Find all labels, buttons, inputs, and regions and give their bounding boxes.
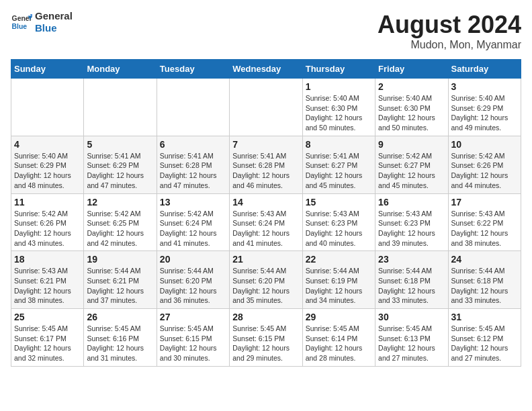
day-number: 8 bbox=[306, 139, 372, 150]
day-info: Sunrise: 5:43 AM Sunset: 6:22 PM Dayligh… bbox=[451, 209, 518, 248]
column-header-friday: Friday bbox=[375, 60, 448, 79]
calendar-cell: 25Sunrise: 5:45 AM Sunset: 6:17 PM Dayli… bbox=[11, 309, 84, 367]
day-info: Sunrise: 5:44 AM Sunset: 6:19 PM Dayligh… bbox=[306, 266, 372, 306]
day-info: Sunrise: 5:42 AM Sunset: 6:27 PM Dayligh… bbox=[378, 151, 445, 191]
calendar-cell: 29Sunrise: 5:45 AM Sunset: 6:14 PM Dayli… bbox=[302, 309, 375, 367]
day-info: Sunrise: 5:41 AM Sunset: 6:29 PM Dayligh… bbox=[87, 151, 153, 191]
day-info: Sunrise: 5:43 AM Sunset: 6:24 PM Dayligh… bbox=[232, 209, 299, 248]
day-info: Sunrise: 5:44 AM Sunset: 6:18 PM Dayligh… bbox=[378, 266, 445, 306]
day-info: Sunrise: 5:45 AM Sunset: 6:14 PM Dayligh… bbox=[306, 324, 372, 363]
location-subtitle: Mudon, Mon, Myanmar bbox=[378, 39, 521, 51]
day-number: 20 bbox=[160, 254, 226, 265]
day-number: 22 bbox=[306, 254, 372, 265]
day-number: 11 bbox=[14, 197, 81, 208]
calendar-cell: 22Sunrise: 5:44 AM Sunset: 6:19 PM Dayli… bbox=[302, 251, 375, 309]
calendar-cell: 28Sunrise: 5:45 AM Sunset: 6:15 PM Dayli… bbox=[230, 309, 302, 367]
calendar-week-row: 4Sunrise: 5:40 AM Sunset: 6:29 PM Daylig… bbox=[11, 136, 521, 193]
calendar-cell: 26Sunrise: 5:45 AM Sunset: 6:16 PM Dayli… bbox=[84, 309, 157, 367]
day-info: Sunrise: 5:45 AM Sunset: 6:12 PM Dayligh… bbox=[451, 324, 518, 363]
day-number: 19 bbox=[87, 254, 153, 265]
calendar-cell: 18Sunrise: 5:43 AM Sunset: 6:21 PM Dayli… bbox=[11, 251, 84, 309]
day-number: 21 bbox=[232, 254, 299, 265]
calendar-cell: 14Sunrise: 5:43 AM Sunset: 6:24 PM Dayli… bbox=[230, 193, 302, 251]
day-info: Sunrise: 5:40 AM Sunset: 6:30 PM Dayligh… bbox=[378, 93, 445, 133]
day-number: 24 bbox=[451, 254, 518, 265]
day-info: Sunrise: 5:40 AM Sunset: 6:30 PM Dayligh… bbox=[306, 93, 372, 133]
day-number: 7 bbox=[232, 139, 299, 150]
day-number: 3 bbox=[451, 81, 518, 92]
calendar-week-row: 25Sunrise: 5:45 AM Sunset: 6:17 PM Dayli… bbox=[11, 309, 521, 367]
calendar-cell: 12Sunrise: 5:42 AM Sunset: 6:25 PM Dayli… bbox=[84, 193, 157, 251]
column-header-thursday: Thursday bbox=[302, 60, 375, 79]
calendar-cell bbox=[157, 79, 229, 136]
day-info: Sunrise: 5:42 AM Sunset: 6:26 PM Dayligh… bbox=[451, 151, 518, 191]
calendar-cell: 1Sunrise: 5:40 AM Sunset: 6:30 PM Daylig… bbox=[302, 79, 375, 136]
day-info: Sunrise: 5:43 AM Sunset: 6:23 PM Dayligh… bbox=[306, 209, 372, 248]
day-info: Sunrise: 5:44 AM Sunset: 6:18 PM Dayligh… bbox=[451, 266, 518, 306]
calendar-week-row: 18Sunrise: 5:43 AM Sunset: 6:21 PM Dayli… bbox=[11, 251, 521, 309]
day-number: 27 bbox=[160, 312, 226, 322]
calendar-week-row: 11Sunrise: 5:42 AM Sunset: 6:26 PM Dayli… bbox=[11, 193, 521, 251]
day-number: 6 bbox=[160, 139, 226, 150]
calendar-cell: 31Sunrise: 5:45 AM Sunset: 6:12 PM Dayli… bbox=[448, 309, 521, 367]
calendar-cell: 19Sunrise: 5:44 AM Sunset: 6:21 PM Dayli… bbox=[84, 251, 157, 309]
column-header-monday: Monday bbox=[84, 60, 157, 79]
day-number: 10 bbox=[451, 139, 518, 150]
calendar-week-row: 1Sunrise: 5:40 AM Sunset: 6:30 PM Daylig… bbox=[11, 79, 521, 136]
svg-text:Blue: Blue bbox=[12, 23, 28, 30]
logo-blue-text: Blue bbox=[35, 22, 57, 34]
day-info: Sunrise: 5:40 AM Sunset: 6:29 PM Dayligh… bbox=[14, 151, 81, 191]
column-header-sunday: Sunday bbox=[11, 60, 84, 79]
column-header-wednesday: Wednesday bbox=[230, 60, 302, 79]
column-header-tuesday: Tuesday bbox=[157, 60, 229, 79]
logo-general-text: General bbox=[35, 10, 73, 21]
calendar-cell: 2Sunrise: 5:40 AM Sunset: 6:30 PM Daylig… bbox=[375, 79, 448, 136]
day-number: 4 bbox=[14, 139, 81, 150]
calendar-cell: 20Sunrise: 5:44 AM Sunset: 6:20 PM Dayli… bbox=[157, 251, 229, 309]
calendar-cell: 7Sunrise: 5:41 AM Sunset: 6:28 PM Daylig… bbox=[230, 136, 302, 193]
day-number: 17 bbox=[451, 197, 518, 208]
day-number: 9 bbox=[378, 139, 445, 150]
day-info: Sunrise: 5:41 AM Sunset: 6:28 PM Dayligh… bbox=[160, 151, 226, 191]
day-info: Sunrise: 5:42 AM Sunset: 6:24 PM Dayligh… bbox=[160, 209, 226, 248]
day-info: Sunrise: 5:40 AM Sunset: 6:29 PM Dayligh… bbox=[451, 93, 518, 133]
calendar-cell: 11Sunrise: 5:42 AM Sunset: 6:26 PM Dayli… bbox=[11, 193, 84, 251]
day-info: Sunrise: 5:45 AM Sunset: 6:17 PM Dayligh… bbox=[14, 324, 81, 363]
day-info: Sunrise: 5:43 AM Sunset: 6:23 PM Dayligh… bbox=[378, 209, 445, 248]
month-year-title: August 2024 bbox=[378, 11, 521, 39]
day-number: 30 bbox=[378, 312, 445, 322]
calendar-cell: 30Sunrise: 5:45 AM Sunset: 6:13 PM Dayli… bbox=[375, 309, 448, 367]
calendar-cell: 13Sunrise: 5:42 AM Sunset: 6:24 PM Dayli… bbox=[157, 193, 229, 251]
day-info: Sunrise: 5:44 AM Sunset: 6:20 PM Dayligh… bbox=[232, 266, 299, 306]
day-number: 15 bbox=[306, 197, 372, 208]
day-number: 23 bbox=[378, 254, 445, 265]
day-number: 31 bbox=[451, 312, 518, 322]
logo: General Blue General Blue bbox=[11, 11, 73, 34]
day-info: Sunrise: 5:41 AM Sunset: 6:27 PM Dayligh… bbox=[306, 151, 372, 191]
calendar-cell: 15Sunrise: 5:43 AM Sunset: 6:23 PM Dayli… bbox=[302, 193, 375, 251]
day-number: 14 bbox=[232, 197, 299, 208]
calendar-cell: 3Sunrise: 5:40 AM Sunset: 6:29 PM Daylig… bbox=[448, 79, 521, 136]
day-info: Sunrise: 5:42 AM Sunset: 6:25 PM Dayligh… bbox=[87, 209, 153, 248]
calendar-cell: 27Sunrise: 5:45 AM Sunset: 6:15 PM Dayli… bbox=[157, 309, 229, 367]
calendar-cell bbox=[84, 79, 157, 136]
calendar-cell: 4Sunrise: 5:40 AM Sunset: 6:29 PM Daylig… bbox=[11, 136, 84, 193]
day-number: 25 bbox=[14, 312, 81, 322]
day-info: Sunrise: 5:45 AM Sunset: 6:16 PM Dayligh… bbox=[87, 324, 153, 363]
day-number: 26 bbox=[87, 312, 153, 322]
calendar-cell: 8Sunrise: 5:41 AM Sunset: 6:27 PM Daylig… bbox=[302, 136, 375, 193]
calendar-cell: 24Sunrise: 5:44 AM Sunset: 6:18 PM Dayli… bbox=[448, 251, 521, 309]
calendar-cell: 10Sunrise: 5:42 AM Sunset: 6:26 PM Dayli… bbox=[448, 136, 521, 193]
day-info: Sunrise: 5:44 AM Sunset: 6:21 PM Dayligh… bbox=[87, 266, 153, 306]
day-number: 1 bbox=[306, 81, 372, 92]
day-number: 28 bbox=[232, 312, 299, 322]
day-info: Sunrise: 5:44 AM Sunset: 6:20 PM Dayligh… bbox=[160, 266, 226, 306]
day-info: Sunrise: 5:45 AM Sunset: 6:15 PM Dayligh… bbox=[160, 324, 226, 363]
day-number: 18 bbox=[14, 254, 81, 265]
calendar-table: SundayMondayTuesdayWednesdayThursdayFrid… bbox=[11, 59, 521, 367]
page-header: General Blue General Blue August 2024 Mu… bbox=[11, 11, 521, 51]
day-info: Sunrise: 5:43 AM Sunset: 6:21 PM Dayligh… bbox=[14, 266, 81, 306]
day-info: Sunrise: 5:42 AM Sunset: 6:26 PM Dayligh… bbox=[14, 209, 81, 248]
day-number: 29 bbox=[306, 312, 372, 322]
calendar-cell: 23Sunrise: 5:44 AM Sunset: 6:18 PM Dayli… bbox=[375, 251, 448, 309]
